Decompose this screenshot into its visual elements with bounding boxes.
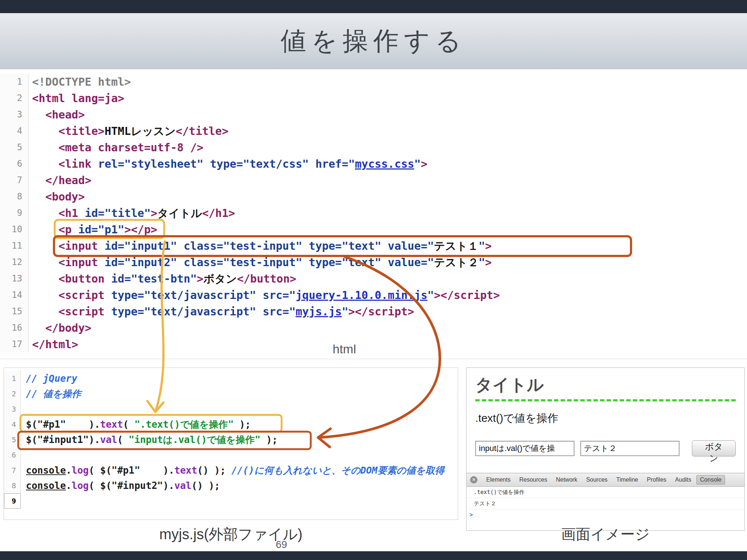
code-seg-plain bbox=[32, 256, 58, 269]
code-line: 7console.log( $("#p1" ).text() ); //()に何… bbox=[4, 463, 458, 478]
code-text: console.log( $("#p1" ).text() ); //()に何も… bbox=[21, 463, 444, 478]
line-number: 9 bbox=[0, 205, 28, 221]
js-section-label: myjs.js(外部ファイル) bbox=[4, 524, 458, 544]
code-text: <input id="input1" class="test-input" ty… bbox=[28, 238, 492, 254]
preview-form: ボタン bbox=[475, 440, 736, 456]
code-seg-tag: > bbox=[485, 240, 492, 252]
line-number: 11 bbox=[0, 238, 28, 254]
code-seg-plain bbox=[32, 174, 45, 187]
code-seg-tag: <body> bbox=[45, 190, 85, 203]
code-line: 8console.log( $("#input2").val() ); bbox=[4, 478, 458, 493]
code-seg-attr: type="text/javascript" src=" bbox=[105, 289, 296, 302]
js-code-editor: 1// jQuery2// 値を操作34$("#p1" ).text( ".te… bbox=[4, 368, 458, 520]
code-seg-plain: ( bbox=[117, 434, 128, 445]
code-text: // jQuery bbox=[21, 371, 77, 386]
devtools-tab-sources[interactable]: Sources bbox=[582, 475, 611, 485]
code-seg-method: text bbox=[100, 419, 123, 430]
bottom-chrome-bar bbox=[0, 551, 747, 560]
code-line: 14 <script type="text/javascript" src="j… bbox=[0, 287, 747, 303]
code-seg-plain: ); bbox=[234, 419, 251, 430]
line-number: 8 bbox=[0, 188, 28, 205]
console-output-line: .text()で値を操作 bbox=[467, 487, 744, 498]
source-link[interactable]: myjs.js bbox=[295, 305, 341, 318]
source-link[interactable]: jquery-1.10.0.min.js bbox=[295, 289, 427, 302]
code-line: 3 bbox=[4, 401, 458, 417]
page-number: 69 bbox=[276, 539, 287, 551]
line-number: 3 bbox=[4, 401, 21, 417]
code-seg-attr: rel="stylesheet" type="text/css" href=" bbox=[92, 158, 355, 170]
code-seg-plain bbox=[32, 289, 58, 302]
code-seg-string: ".text()で値を操作" bbox=[134, 419, 233, 430]
code-seg-plain: ( $("#p1" ). bbox=[89, 465, 174, 476]
devtools-tab-network[interactable]: Network bbox=[552, 475, 581, 485]
devtools-tab-audits[interactable]: Audits bbox=[671, 475, 695, 485]
code-seg-tag: </html> bbox=[32, 338, 78, 351]
code-seg-attr: id="input1" class="test-input" type="tex… bbox=[98, 240, 434, 252]
code-seg-plain: ( bbox=[123, 419, 134, 430]
code-seg-comment: // 値を操作 bbox=[26, 388, 81, 399]
line-number: 4 bbox=[4, 417, 21, 432]
code-seg-attr: " bbox=[479, 240, 485, 252]
html-section-label: html bbox=[333, 342, 356, 356]
close-icon[interactable]: ✕ bbox=[470, 476, 477, 483]
code-text: <!DOCTYPE html> bbox=[28, 74, 131, 90]
devtools-tabs: ElementsResourcesNetworkSourcesTimelineP… bbox=[483, 475, 725, 485]
code-line: 1// jQuery bbox=[4, 371, 458, 386]
code-seg-plain bbox=[32, 141, 58, 154]
line-number: 9 bbox=[4, 493, 21, 509]
code-seg-method: log bbox=[71, 480, 89, 491]
preview-input2[interactable] bbox=[580, 441, 680, 456]
devtools-tab-profiles[interactable]: Profiles bbox=[643, 475, 670, 485]
code-text: <link rel="stylesheet" type="text/css" h… bbox=[28, 156, 427, 172]
code-seg-plain: $("#p1" ). bbox=[26, 419, 100, 430]
code-seg-tag: <input bbox=[58, 240, 98, 252]
line-number: 2 bbox=[4, 386, 21, 401]
code-seg-attr: id="input2" class="test-input" type="tex… bbox=[98, 256, 434, 269]
code-seg-comment: //()に何も入れないと、そのDOM要素の値を取得 bbox=[232, 465, 445, 476]
preview-button[interactable]: ボタン bbox=[692, 440, 736, 456]
console-prompt[interactable]: > bbox=[467, 509, 744, 520]
code-seg-tag: <h1 bbox=[58, 207, 78, 219]
line-number: 14 bbox=[0, 287, 28, 303]
dashed-divider bbox=[475, 399, 736, 401]
code-line: 11 <input id="input1" class="test-input"… bbox=[0, 238, 747, 254]
code-line: 5$("#input1").val( "inputは.val()で値を操作" )… bbox=[4, 432, 458, 447]
code-text: </body> bbox=[28, 320, 92, 336]
line-number: 1 bbox=[0, 74, 28, 90]
code-text bbox=[21, 447, 26, 463]
devtools-tab-elements[interactable]: Elements bbox=[483, 475, 514, 485]
code-seg-plain: () ); bbox=[197, 465, 232, 476]
code-seg-attr: id="test-btn" bbox=[105, 272, 197, 285]
code-text bbox=[21, 493, 26, 509]
code-text: // 値を操作 bbox=[21, 386, 81, 401]
code-seg-plain: $("#input1"). bbox=[26, 434, 100, 445]
code-text: <head> bbox=[28, 106, 85, 123]
line-number: 16 bbox=[0, 320, 28, 336]
devtools-tab-console[interactable]: Console bbox=[696, 475, 725, 485]
code-seg-plain bbox=[32, 190, 45, 203]
line-number: 4 bbox=[0, 123, 28, 139]
code-seg-tag: <head> bbox=[45, 108, 85, 121]
code-text: <script type="text/javascript" src="jque… bbox=[28, 287, 500, 303]
code-seg-tag: <p bbox=[58, 223, 71, 236]
code-seg-plain bbox=[32, 223, 58, 236]
code-seg-text: テスト２ bbox=[434, 256, 479, 269]
code-seg-plain bbox=[32, 108, 45, 121]
devtools-console: .text()で値を操作テスト２ > bbox=[467, 487, 744, 520]
code-text: <button id="test-btn">ボタン</button> bbox=[28, 271, 296, 287]
code-line: 4$("#p1" ).text( ".text()で値を操作" ); bbox=[4, 417, 458, 432]
devtools-tab-resources[interactable]: Resources bbox=[516, 475, 551, 485]
devtools-tab-timeline[interactable]: Timeline bbox=[613, 475, 642, 485]
code-seg-tag: </body> bbox=[45, 322, 91, 334]
code-seg-text: テスト１ bbox=[434, 240, 479, 252]
code-seg-tag: > bbox=[485, 256, 492, 269]
code-seg-plain bbox=[32, 322, 45, 334]
source-link[interactable]: mycss.css bbox=[355, 158, 414, 170]
preview-input1[interactable] bbox=[475, 441, 574, 456]
devtools-panel: ✕ ElementsResourcesNetworkSourcesTimelin… bbox=[467, 473, 744, 530]
code-seg-method: val bbox=[174, 480, 191, 491]
code-text: <html lang=ja> bbox=[28, 90, 124, 106]
preview-paragraph: .text()で値を操作 bbox=[475, 411, 736, 426]
code-seg-plain bbox=[32, 240, 58, 252]
devtools-tabbar: ✕ ElementsResourcesNetworkSourcesTimelin… bbox=[467, 473, 744, 487]
